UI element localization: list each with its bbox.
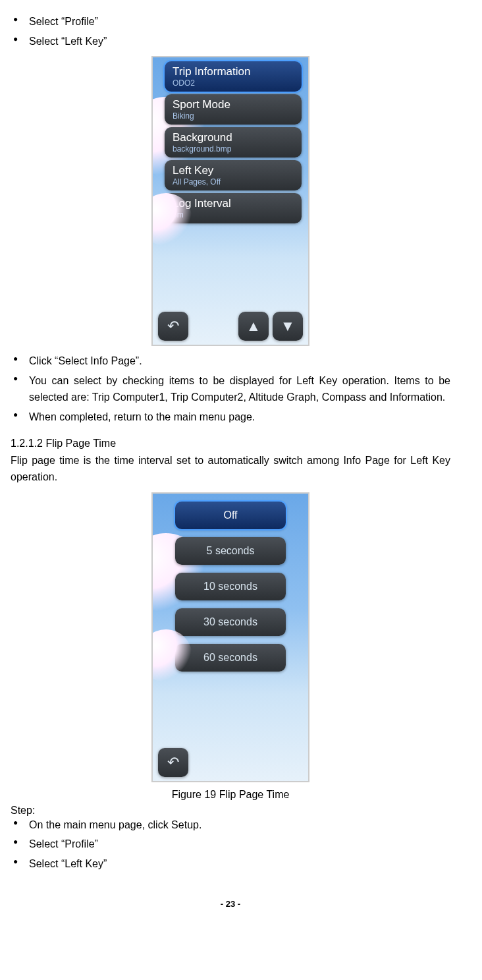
option-30-seconds[interactable]: 30 seconds [175, 608, 286, 636]
chevron-up-icon: ▲ [246, 318, 261, 335]
list-item: Select “Left Key” [11, 855, 450, 873]
list-item: You can select by checking items to be d… [11, 372, 450, 406]
list-item: Select “Left Key” [11, 33, 450, 50]
figure-caption: Figure 19 Flip Page Time [11, 789, 450, 801]
menu-item-left-key[interactable]: Left Key All Pages, Off [165, 160, 302, 190]
option-list: Off 5 seconds 10 seconds 30 seconds 60 s… [175, 502, 286, 672]
screenshot-2-wrap: Off 5 seconds 10 seconds 30 seconds 60 s… [11, 492, 450, 782]
menu-item-background[interactable]: Background background.bmp [165, 127, 302, 158]
back-button[interactable]: ↶ [158, 312, 188, 341]
menu-item-title: Trip Information [173, 65, 294, 78]
menu-item-title: Sport Mode [173, 98, 294, 111]
option-60-seconds[interactable]: 60 seconds [175, 644, 286, 672]
menu-item-sub: All Pages, Off [173, 177, 294, 187]
list-item: Select “Profile” [11, 836, 450, 853]
bottom-nav-bar: ↶ [158, 748, 303, 777]
back-arrow-icon: ↶ [167, 318, 179, 335]
section-heading: 1.2.1.2 Flip Page Time [11, 438, 450, 449]
menu-item-sport-mode[interactable]: Sport Mode Biking [165, 94, 302, 125]
section-paragraph: Flip page time is the time interval set … [11, 452, 450, 486]
device-screen-1: Trip Information ODO2 Sport Mode Biking … [151, 56, 309, 346]
nav-group: ▲ ▼ [238, 312, 303, 341]
menu-item-title: Background [173, 131, 294, 144]
menu-item-title: Left Key [173, 164, 294, 177]
menu-item-sub: 5m [173, 210, 294, 219]
list-item: Click “Select Info Page”. [11, 353, 450, 370]
chevron-down-icon: ▼ [281, 318, 295, 335]
up-button[interactable]: ▲ [238, 312, 269, 341]
list-item: When completed, return to the main menu … [11, 409, 450, 426]
menu-item-title: Log Interval [173, 197, 294, 210]
option-10-seconds[interactable]: 10 seconds [175, 573, 286, 600]
page-number: - 23 - [11, 899, 450, 909]
device-screen-2: Off 5 seconds 10 seconds 30 seconds 60 s… [151, 492, 309, 782]
mid-bullet-list: Click “Select Info Page”. You can select… [11, 353, 450, 425]
menu-item-sub: background.bmp [173, 144, 294, 154]
down-button[interactable]: ▼ [273, 312, 303, 341]
menu-item-trip-information[interactable]: Trip Information ODO2 [165, 61, 302, 92]
step-label: Step: [11, 805, 450, 817]
bottom-nav-bar: ↶ ▲ ▼ [158, 312, 303, 341]
back-arrow-icon: ↶ [167, 754, 179, 771]
option-off[interactable]: Off [175, 502, 286, 529]
menu-stack: Trip Information ODO2 Sport Mode Biking … [165, 61, 302, 223]
menu-item-sub: Biking [173, 111, 294, 121]
menu-item-log-interval[interactable]: Log Interval 5m [165, 193, 302, 223]
screenshot-1-wrap: Trip Information ODO2 Sport Mode Biking … [11, 56, 450, 346]
menu-item-sub: ODO2 [173, 78, 294, 88]
option-5-seconds[interactable]: 5 seconds [175, 537, 286, 565]
top-bullet-list: Select “Profile” Select “Left Key” [11, 13, 450, 49]
back-button[interactable]: ↶ [158, 748, 188, 777]
list-item: Select “Profile” [11, 13, 450, 30]
bottom-bullet-list: On the main menu page, click Setup. Sele… [11, 817, 450, 873]
list-item: On the main menu page, click Setup. [11, 817, 450, 834]
